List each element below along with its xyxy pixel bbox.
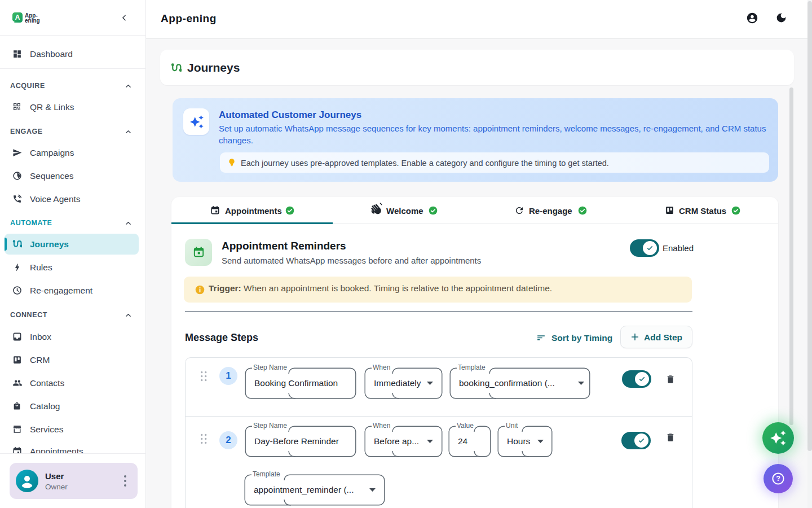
svg-text:?: ?: [776, 475, 780, 483]
svg-text:A: A: [15, 14, 20, 21]
